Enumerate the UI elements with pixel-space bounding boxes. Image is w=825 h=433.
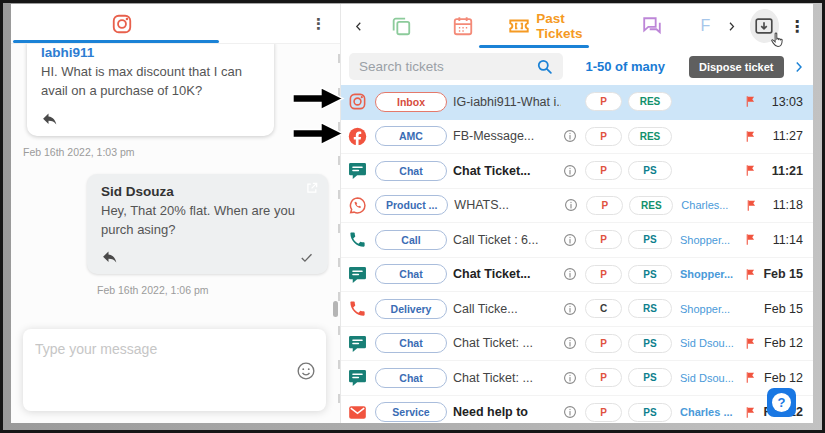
ticket-assignee: Sid Dsou...	[680, 372, 742, 384]
dispose-ticket-button[interactable]	[750, 9, 779, 43]
ticket-tag-badge: Chat	[375, 368, 447, 388]
message-author: Sid Dsouza	[101, 184, 314, 199]
priority-badge: P	[585, 127, 622, 146]
copy-icon[interactable]	[390, 15, 412, 37]
dispose-ticket-tooltip: Dispose ticket	[689, 56, 784, 78]
ticket-row[interactable]: Call Call Ticket : 6... P PS Shopper... …	[341, 223, 813, 258]
flag-icon[interactable]	[744, 95, 757, 108]
ticket-assignee: Shopper...	[680, 234, 742, 246]
reply-icon[interactable]	[101, 248, 119, 266]
ticket-title: Chat Ticket: ...	[453, 336, 561, 350]
chevron-right-icon[interactable]	[726, 20, 737, 33]
ticket-tag-badge: Chat	[375, 264, 447, 284]
ticket-row[interactable]: Chat Chat Ticket: ... P PS Sid Dsou... F…	[341, 361, 813, 396]
info-icon[interactable]	[563, 405, 577, 419]
flag-icon[interactable]	[744, 371, 757, 384]
flag-icon[interactable]	[744, 406, 757, 419]
info-icon[interactable]	[563, 371, 577, 385]
info-icon[interactable]	[563, 302, 577, 316]
kebab-menu-icon[interactable]: ⋮	[789, 17, 805, 36]
ticket-time: Feb 15	[757, 302, 803, 316]
search-box[interactable]	[349, 53, 563, 80]
instagram-tab[interactable]	[111, 13, 133, 35]
tickets-search-row: 1-50 of many Dispose ticket	[341, 48, 813, 85]
ticket-row[interactable]: Chat Chat Ticket... P PS 11:21	[341, 154, 813, 189]
ticket-time: Feb 15	[757, 267, 803, 281]
tab-past-tickets[interactable]: Past Tickets	[508, 11, 600, 41]
info-icon[interactable]	[563, 233, 577, 247]
annotation-arrow-icon	[291, 120, 345, 147]
outgoing-message-bubble: Sid Dsouza Hey, That 20% flat. When are …	[87, 174, 328, 275]
chat-panel: ⋮ Iabhi911 HI. What is max discount that…	[11, 4, 341, 423]
ticket-assignee: Charles...	[681, 199, 743, 211]
ticket-time: Feb 12	[757, 336, 803, 350]
flag-icon[interactable]	[744, 130, 757, 143]
ticket-title: Need help to	[453, 405, 561, 419]
reply-icon[interactable]	[41, 110, 59, 128]
search-icon[interactable]	[536, 58, 553, 75]
forum-icon[interactable]	[641, 15, 663, 37]
ticket-time: 11:21	[757, 164, 803, 178]
priority-badge: P	[585, 403, 622, 422]
status-badge: RES	[628, 92, 672, 111]
flag-icon[interactable]	[744, 268, 757, 281]
ticket-row[interactable]: Inbox IG-iabhi911-What i... P RES 13:03	[341, 85, 813, 120]
calendar-icon[interactable]	[452, 15, 474, 37]
active-tab-underline	[479, 45, 589, 49]
chat-icon	[348, 334, 367, 353]
message-author[interactable]: Iabhi911	[41, 45, 260, 60]
ticket-list: Inbox IG-iabhi911-What i... P RES 13:03 …	[341, 85, 813, 423]
flag-icon[interactable]	[744, 164, 757, 177]
ticket-row[interactable]: Delivery Call Ticke... C RS Shopper... F…	[341, 292, 813, 327]
ticket-icon	[508, 15, 530, 37]
question-mark-icon: ?	[772, 393, 791, 412]
open-in-new-icon[interactable]	[305, 181, 319, 195]
priority-badge: C	[585, 299, 622, 318]
delivered-check-icon	[299, 250, 314, 265]
message-composer[interactable]	[23, 329, 326, 411]
info-icon[interactable]	[564, 198, 578, 212]
priority-badge: P	[585, 265, 622, 284]
ticket-tag-badge: Call	[375, 230, 447, 250]
flag-icon[interactable]	[745, 199, 758, 212]
call-red-icon	[348, 299, 367, 318]
ticket-time: 13:03	[757, 95, 803, 109]
chevron-left-icon[interactable]	[353, 20, 364, 33]
annotation-arrow-icon	[291, 85, 345, 112]
ticket-title: IG-iabhi911-What i...	[453, 95, 561, 109]
ticket-time: Feb 12	[757, 371, 803, 385]
chat-icon	[348, 265, 367, 284]
ticket-title: Chat Ticket: ...	[453, 371, 561, 385]
ticket-row[interactable]: AMC FB-Message... P RES 11:27	[341, 120, 813, 155]
status-badge: RS	[628, 299, 672, 318]
info-icon[interactable]	[563, 267, 577, 281]
instagram-icon	[348, 92, 367, 111]
ticket-row[interactable]: Chat Chat Ticket: ... P PS Sid Dsou... F…	[341, 327, 813, 362]
next-page-icon[interactable]	[792, 60, 805, 74]
ticket-tag-badge: AMC	[375, 126, 447, 146]
info-icon[interactable]	[563, 129, 577, 143]
priority-badge: P	[585, 334, 622, 353]
ticket-row[interactable]: Product ... WHATS... P RES Charles... 11…	[341, 189, 813, 224]
info-icon[interactable]	[563, 164, 577, 178]
status-badge: RES	[629, 196, 673, 215]
ticket-row[interactable]: Service Need help to P PS Charles ... Fe…	[341, 396, 813, 424]
priority-badge: P	[586, 196, 623, 215]
help-button[interactable]: ?	[767, 388, 796, 417]
kebab-menu-icon[interactable]: ⋮	[311, 15, 326, 33]
flag-icon[interactable]	[744, 337, 757, 350]
app-window: ⋮ Iabhi911 HI. What is max discount that…	[11, 4, 813, 423]
mail-icon	[348, 403, 367, 422]
active-tab-underline	[13, 40, 219, 43]
ticket-title: Call Ticket : 6...	[453, 233, 561, 247]
flag-icon[interactable]	[744, 233, 757, 246]
smiley-icon[interactable]	[296, 361, 316, 381]
call-icon	[348, 230, 367, 249]
tab-letter[interactable]: F	[701, 17, 711, 35]
ticket-row[interactable]: Chat Chat Ticket... P PS Shopper... Feb …	[341, 258, 813, 293]
info-icon[interactable]	[563, 336, 577, 350]
tab-label: Past Tickets	[536, 11, 600, 41]
message-input[interactable]	[35, 341, 272, 399]
ticket-time: 11:27	[757, 129, 803, 143]
search-input[interactable]	[359, 59, 536, 74]
